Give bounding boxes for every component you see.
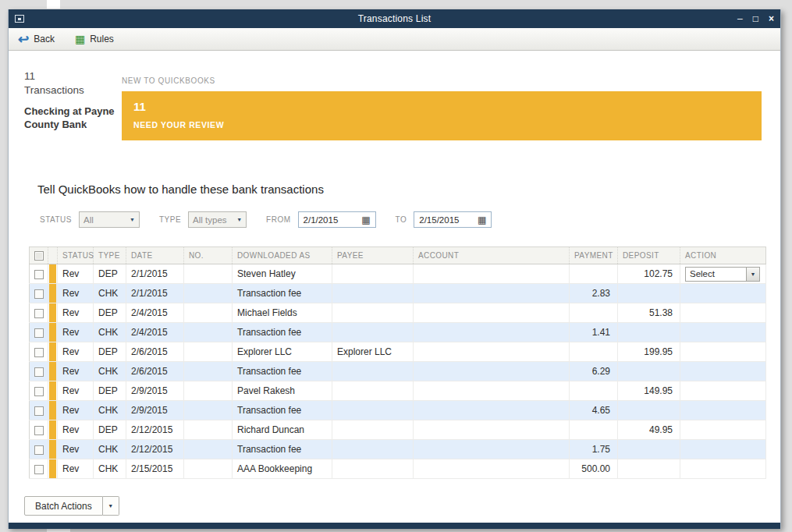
downloaded-as-cell: AAA Bookkeeping [233, 459, 332, 479]
batch-actions-dropdown-button[interactable]: ▼ [103, 496, 119, 516]
action-select[interactable]: Select ▼ [685, 267, 760, 282]
table-row[interactable]: Rev DEP 2/4/2015 Michael Fields 51.38 [30, 303, 766, 323]
action-cell [680, 459, 766, 479]
table-row[interactable]: Rev CHK 2/9/2015 Transaction fee 4.65 [30, 401, 766, 420]
type-dropdown[interactable]: All types ▼ [188, 211, 247, 228]
column-header-payee[interactable]: PAYEE [332, 247, 414, 264]
downloaded-as-cell: Richard Duncan [233, 420, 332, 440]
transaction-count-label: Transactions [24, 83, 116, 98]
status-color-bar [49, 264, 56, 283]
table-row[interactable]: Rev DEP 2/1/2015 Steven Hatley 102.75 Se… [30, 264, 766, 284]
downloaded-as-cell: Transaction fee [233, 440, 332, 459]
downloaded-as-cell: Steven Hatley [233, 264, 332, 284]
status-dropdown[interactable]: All ▼ [79, 211, 140, 228]
column-header-type[interactable]: TYPE [94, 247, 126, 264]
row-select-cell [30, 264, 48, 284]
column-header-no[interactable]: NO. [184, 247, 233, 264]
column-header-account[interactable]: ACCOUNT [414, 247, 570, 264]
row-checkbox[interactable] [34, 465, 44, 474]
banner-label: NEED YOUR REVIEW [133, 120, 750, 129]
table-header-row: STATUS TYPE DATE NO. DOWNLOADED AS PAYEE… [30, 247, 766, 264]
row-checkbox[interactable] [34, 445, 44, 455]
row-select-cell [30, 362, 48, 381]
to-date-value: 2/15/2015 [419, 215, 459, 225]
payment-cell [570, 303, 618, 323]
no-cell [184, 284, 233, 303]
maximize-button[interactable]: □ [753, 14, 758, 23]
row-select-cell [30, 323, 48, 342]
action-cell [680, 284, 766, 303]
payment-cell: 1.41 [570, 323, 618, 342]
column-header-deposit[interactable]: DEPOSIT [618, 247, 680, 264]
from-date-input[interactable]: 2/1/2015 ▦ [298, 211, 376, 228]
type-cell: DEP [94, 303, 126, 323]
back-button[interactable]: ↩ Back [18, 33, 55, 46]
row-colorbar-cell [48, 264, 58, 284]
row-checkbox[interactable] [34, 328, 44, 338]
row-checkbox[interactable] [34, 406, 44, 416]
chevron-down-icon[interactable]: ▼ [746, 267, 760, 282]
table-row[interactable]: Rev CHK 2/4/2015 Transaction fee 1.41 [30, 323, 766, 342]
type-cell: CHK [94, 362, 126, 381]
status-cell: Rev [58, 420, 94, 440]
payment-cell [570, 420, 618, 440]
to-date-input[interactable]: 2/15/2015 ▦ [414, 211, 492, 228]
column-header-downloaded-as[interactable]: DOWNLOADED AS [233, 247, 332, 264]
downloaded-as-cell: Michael Fields [233, 303, 332, 323]
table-row[interactable]: Rev DEP 2/6/2015 Explorer LLC Explorer L… [30, 342, 766, 362]
account-cell [414, 362, 570, 381]
row-colorbar-cell [48, 303, 58, 323]
row-colorbar-cell [48, 381, 58, 401]
column-header-payment[interactable]: PAYMENT [570, 247, 618, 264]
row-checkbox[interactable] [34, 348, 44, 357]
type-cell: CHK [94, 323, 126, 342]
date-cell: 2/1/2015 [126, 264, 184, 284]
status-cell: Rev [58, 303, 94, 323]
table-row[interactable]: Rev DEP 2/12/2015 Richard Duncan 49.95 [30, 420, 766, 440]
type-cell: DEP [94, 420, 126, 440]
downloaded-as-cell: Explorer LLC [233, 342, 332, 362]
window-menu-icon[interactable] [15, 15, 24, 23]
no-cell [184, 342, 233, 362]
table-row[interactable]: Rev CHK 2/15/2015 AAA Bookkeeping 500.00 [30, 459, 766, 479]
action-cell [680, 401, 766, 420]
table-row[interactable]: Rev DEP 2/9/2015 Pavel Rakesh 149.95 [30, 381, 766, 401]
table-row[interactable]: Rev CHK 2/12/2015 Transaction fee 1.75 [30, 440, 766, 459]
close-button[interactable]: × [769, 14, 774, 23]
title-bar-left [15, 15, 77, 23]
toolbar: ↩ Back ▦ Rules [9, 28, 780, 51]
row-checkbox[interactable] [34, 289, 44, 299]
calendar-icon[interactable]: ▦ [361, 215, 370, 225]
column-header-date[interactable]: DATE [126, 247, 184, 264]
row-checkbox[interactable] [34, 387, 44, 396]
batch-actions-button[interactable]: Batch Actions [24, 496, 103, 516]
type-dropdown-value: All types [193, 215, 226, 225]
need-your-review-banner[interactable]: 11 NEED YOUR REVIEW [122, 91, 762, 140]
row-colorbar-cell [48, 342, 58, 362]
status-cell: Rev [58, 342, 94, 362]
payee-cell: Explorer LLC [332, 342, 414, 362]
select-all-checkbox[interactable] [34, 251, 44, 261]
action-cell [680, 440, 766, 459]
table-row[interactable]: Rev CHK 2/1/2015 Transaction fee 2.83 [30, 284, 766, 303]
date-cell: 2/9/2015 [126, 401, 184, 420]
payee-cell [332, 303, 414, 323]
row-checkbox[interactable] [34, 426, 44, 435]
payment-cell: 6.29 [570, 362, 618, 381]
column-header-status[interactable]: STATUS [58, 247, 94, 264]
row-checkbox[interactable] [34, 367, 44, 377]
calendar-icon[interactable]: ▦ [478, 215, 486, 225]
status-color-bar [49, 303, 56, 322]
table-row[interactable]: Rev CHK 2/6/2015 Transaction fee 6.29 [30, 362, 766, 381]
action-select-label: Select [685, 267, 746, 282]
payment-cell [570, 381, 618, 401]
row-checkbox[interactable] [34, 270, 44, 279]
chevron-down-icon: ▼ [108, 503, 113, 509]
rules-button[interactable]: ▦ Rules [75, 34, 114, 44]
minimize-button[interactable]: – [737, 14, 743, 23]
row-colorbar-cell [48, 401, 58, 420]
payment-cell: 1.75 [570, 440, 618, 459]
deposit-cell [618, 362, 680, 381]
column-header-action[interactable]: ACTION [680, 247, 766, 264]
row-checkbox[interactable] [34, 309, 44, 318]
